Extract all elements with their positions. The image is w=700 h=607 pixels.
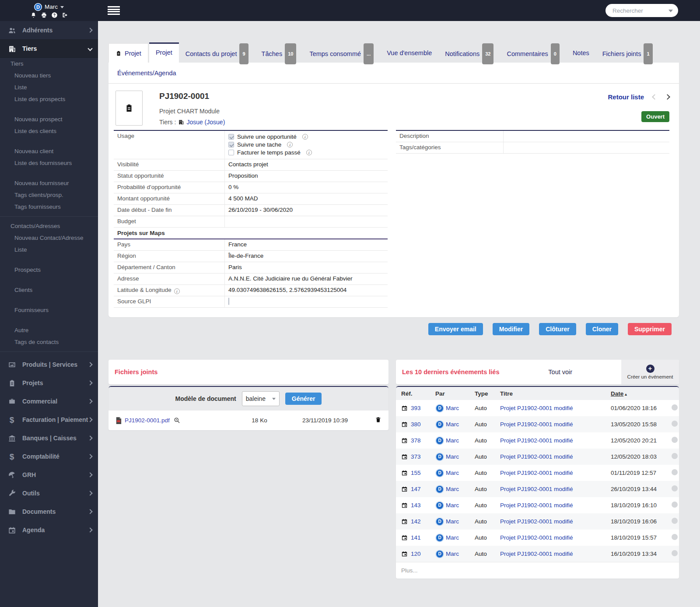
sidebar-item-outils[interactable]: Outils (0, 484, 98, 502)
sidebar-subitem-autre-20[interactable]: Autre (0, 324, 98, 336)
checkbox[interactable] (228, 298, 229, 305)
tab-contacts-du-projet[interactable]: Contacts du projet9 (179, 43, 255, 63)
sidebar-subitem-liste-des-prospects-5[interactable]: Liste des prospects (0, 93, 98, 105)
tab-notifications[interactable]: Notifications32 (438, 43, 500, 63)
sidebar-subitem-liste-des-fournisseurs-9[interactable]: Liste des fournisseurs (0, 157, 98, 169)
generate-button[interactable]: Générer (285, 393, 322, 405)
tiers-link[interactable]: Josue (Josue) (186, 119, 225, 126)
sidebar-item-comptabilite[interactable]: $Comptabilité (0, 447, 98, 466)
checkbox[interactable] (228, 142, 234, 147)
sidebar-subitem-fournisseurs-19[interactable]: Fournisseurs (0, 304, 98, 316)
col-par[interactable]: Par (435, 390, 475, 397)
event-title-link[interactable]: Projet PJ1902-0001 modifié (500, 551, 611, 557)
sidebar-item-produits-services[interactable]: Produits | Services (0, 355, 98, 374)
event-ref-link[interactable]: 373 (411, 453, 421, 460)
sidebar-item-facturation-paiement[interactable]: $Facturation | Paiement (0, 411, 98, 429)
tab-vue-d-ensemble[interactable]: Vue d'ensemble (380, 43, 438, 63)
cloner-button[interactable]: Cloner (586, 323, 618, 335)
user-menu[interactable]: D Marc (0, 0, 98, 21)
tab-notes[interactable]: Notes (566, 43, 596, 63)
sidebar-subitem-nouveau-fournisseur-10[interactable]: Nouveau fournisseur (0, 177, 98, 189)
event-title-link[interactable]: Projet PJ1902-0001 modifié (500, 453, 611, 460)
menu-toggle-icon[interactable] (108, 6, 120, 15)
sidebar-item-banques-caisses[interactable]: Banques | Caisses (0, 429, 98, 447)
logout-icon[interactable] (62, 12, 68, 18)
tab-fichiers-joints[interactable]: Fichiers joints1 (596, 43, 659, 63)
tab-projet-active[interactable]: Projet (149, 42, 179, 63)
sidebar-subitem-liste-16[interactable]: Liste (0, 244, 98, 256)
search-dropdown-caret[interactable] (668, 10, 673, 12)
sidebar-item-agenda[interactable]: Agenda (0, 521, 98, 539)
tab-taches[interactable]: Tâches10 (255, 43, 303, 63)
printer-icon[interactable] (41, 12, 47, 18)
event-author-link[interactable]: Marc (446, 502, 459, 509)
event-ref-link[interactable]: 141 (411, 534, 421, 541)
sidebar-item-documents[interactable]: Documents (0, 502, 98, 521)
event-author-link[interactable]: Marc (446, 518, 459, 525)
event-ref-link[interactable]: 393 (411, 405, 421, 411)
event-ref-link[interactable]: 380 (411, 421, 421, 428)
supprimer-button[interactable]: Supprimer (628, 323, 672, 335)
sidebar-item-adherents[interactable]: Adhérents (0, 21, 98, 39)
event-author-link[interactable]: Marc (446, 421, 459, 428)
event-author-link[interactable]: Marc (446, 437, 459, 444)
sidebar-subitem-prospects-17[interactable]: Prospects (0, 264, 98, 276)
sidebar-item-commercial[interactable]: Commercial (0, 392, 98, 411)
modifier-button[interactable]: Modifier (493, 323, 529, 335)
event-ref-link[interactable]: 142 (411, 518, 421, 525)
event-author-link[interactable]: Marc (446, 453, 459, 460)
sidebar-subitem-tags-clients-prosp-11[interactable]: Tags clients/prosp. (0, 189, 98, 201)
col-date[interactable]: Date▴ (611, 390, 669, 397)
sidebar-subitem-nouveau-client-8[interactable]: Nouveau client (0, 145, 98, 157)
checkbox[interactable] (228, 134, 234, 140)
see-all-events-link[interactable]: Tout voir (499, 368, 621, 375)
search-input[interactable] (606, 4, 678, 17)
preview-magnifier-icon[interactable] (174, 417, 180, 424)
event-author-link[interactable]: Marc (446, 534, 459, 541)
col-type[interactable]: Type (475, 390, 500, 397)
event-title-link[interactable]: Projet PJ1902-0001 modifié (500, 405, 611, 411)
sidebar-subitem-contacts-adresses-14[interactable]: Contacts/Adresses (0, 220, 98, 232)
prev-record-icon[interactable] (652, 94, 658, 100)
tab-temps-consomme[interactable]: Temps consommé... (303, 43, 380, 63)
sidebar-subitem-tags-fournisseurs-12[interactable]: Tags fournisseurs (0, 201, 98, 213)
event-title-link[interactable]: Projet PJ1902-0001 modifié (500, 421, 611, 428)
sidebar-subitem-nouveau-tiers-3[interactable]: Nouveau tiers (0, 70, 98, 81)
events-more-link[interactable]: Plus... (396, 562, 679, 579)
sidebar-subitem-clients-18[interactable]: Clients (0, 284, 98, 296)
sidebar-subitem-nouveau-contact-adresse-15[interactable]: Nouveau Contact/Adresse (0, 232, 98, 244)
sidebar-item-tiers[interactable]: Tiers (0, 39, 98, 58)
event-ref-link[interactable]: 155 (411, 470, 421, 476)
sidebar-subitem-liste-des-clients-7[interactable]: Liste des clients (0, 125, 98, 137)
col-titre[interactable]: Titre (500, 390, 611, 397)
create-event-button[interactable]: + Créer un événement (621, 360, 679, 384)
sidebar-subitem-tiers-2[interactable]: Tiers (0, 58, 98, 70)
help-icon[interactable] (51, 12, 58, 18)
cloturer-button[interactable]: Clôturer (539, 323, 576, 335)
event-author-link[interactable]: Marc (446, 470, 459, 476)
back-to-list-link[interactable]: Retour liste (608, 93, 644, 101)
event-author-link[interactable]: Marc (446, 486, 459, 492)
event-title-link[interactable]: Projet PJ1902-0001 modifié (500, 470, 611, 476)
file-name-link[interactable]: PJ1902-0001.pdf (125, 417, 170, 424)
sidebar-item-projets[interactable]: Projets (0, 374, 98, 392)
tab-commentaires[interactable]: Commentaires0 (500, 43, 566, 63)
event-ref-link[interactable]: 147 (411, 486, 421, 492)
event-ref-link[interactable]: 378 (411, 437, 421, 444)
sidebar-subitem-liste-4[interactable]: Liste (0, 81, 98, 93)
event-title-link[interactable]: Projet PJ1902-0001 modifié (500, 437, 611, 444)
sidebar-subitem-nouveau-prospect-6[interactable]: Nouveau prospect (0, 113, 98, 125)
checkbox[interactable] (228, 150, 234, 155)
envoyer-email-button[interactable]: Envoyer email (428, 323, 483, 335)
sidebar-subitem-tags-de-contacts-21[interactable]: Tags de contacts (0, 336, 98, 348)
event-title-link[interactable]: Projet PJ1902-0001 modifié (500, 518, 611, 525)
document-model-select[interactable]: baleine (242, 391, 280, 406)
next-record-icon[interactable] (665, 94, 670, 100)
event-title-link[interactable]: Projet PJ1902-0001 modifié (500, 534, 611, 541)
tab-projet-object[interactable]: Projet (108, 43, 148, 63)
delete-file-icon[interactable] (367, 416, 382, 425)
sidebar-item-grh[interactable]: GRH (0, 466, 98, 484)
event-author-link[interactable]: Marc (446, 551, 459, 557)
event-ref-link[interactable]: 143 (411, 502, 421, 509)
event-ref-link[interactable]: 120 (411, 551, 421, 557)
